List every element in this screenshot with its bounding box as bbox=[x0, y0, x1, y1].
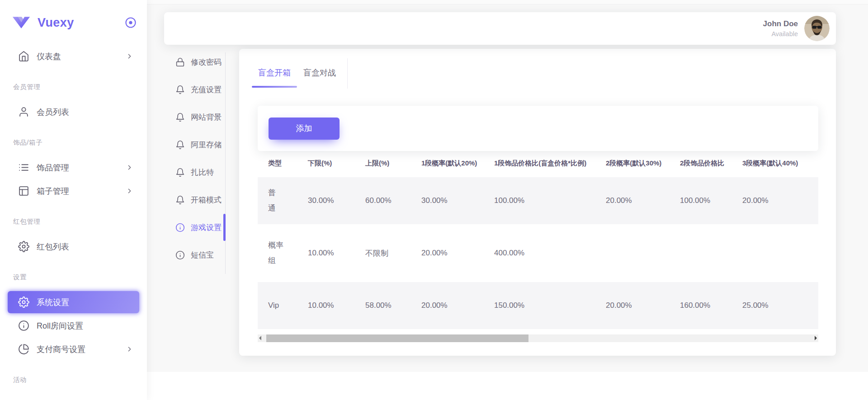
cell-type: 概率组 bbox=[258, 230, 297, 277]
bell-icon bbox=[175, 113, 185, 122]
sidebar-item-item-management[interactable]: 饰品管理 bbox=[8, 156, 139, 179]
cell-seg1-price-ratio: 150.00% bbox=[484, 282, 595, 329]
add-button[interactable]: 添加 bbox=[269, 118, 340, 140]
info-icon bbox=[18, 320, 29, 331]
sidebar-item-system-settings[interactable]: 系统设置 bbox=[8, 291, 139, 313]
sidebar-item-payment-merchant-settings[interactable]: 支付商号设置 bbox=[8, 338, 139, 360]
sidebar-section-redpacket: 红包管理 bbox=[0, 217, 147, 226]
cell-upper-limit: 60.00% bbox=[355, 177, 411, 224]
table-row: 普 通 30.00% 60.00% 30.00% 100.00% 20.00% … bbox=[258, 177, 818, 224]
submenu-item-change-password[interactable]: 修改密码 bbox=[175, 48, 228, 76]
header-card: John Doe Available bbox=[164, 12, 836, 45]
cell-seg2-price-ratio: 160.00% bbox=[670, 282, 732, 329]
table-header: 类型 下限(%) 上限(%) 1段概率(默认20%) 1段饰品价格比(盲盒价格*… bbox=[258, 155, 818, 172]
tab-bar: 盲盒开箱 盲盒对战 bbox=[252, 67, 342, 86]
cell-lower-limit: 10.00% bbox=[297, 282, 355, 329]
info-icon bbox=[175, 223, 185, 232]
column-header-type: 类型 bbox=[258, 155, 297, 172]
tab-blindbox-battle[interactable]: 盲盒对战 bbox=[297, 67, 342, 86]
cell-seg2-price-ratio: 100.00% bbox=[670, 177, 732, 224]
submenu-item-site-background[interactable]: 网站背景 bbox=[175, 104, 228, 131]
submenu-item-ali-storage[interactable]: 阿里存储 bbox=[175, 131, 228, 159]
table-panel: 添加 类型 下限(%) 上限(%) 1段概率(默认20%) 1段饰品价格比(盲盒… bbox=[258, 106, 818, 342]
sidebar-item-label: 会员列表 bbox=[37, 107, 69, 118]
sidebar-item-dashboard[interactable]: 仪表盘 bbox=[8, 45, 139, 67]
scroll-right-arrow-icon[interactable] bbox=[815, 336, 817, 340]
menu-pin-toggle-icon[interactable] bbox=[124, 16, 137, 29]
cell-seg1-price-ratio: 400.00% bbox=[484, 230, 595, 277]
sidebar-section-members: 会员管理 bbox=[0, 83, 147, 91]
vuexy-logo-icon bbox=[12, 16, 30, 29]
sidebar-item-label: 红包列表 bbox=[37, 241, 69, 252]
cell-seg2-probability bbox=[595, 230, 670, 277]
submenu-item-label: 扎比特 bbox=[191, 167, 214, 178]
table-toolbar: 添加 bbox=[258, 106, 818, 151]
sidebar-item-member-list[interactable]: 会员列表 bbox=[8, 101, 139, 123]
chevron-right-icon bbox=[126, 187, 133, 195]
column-header-seg1-price-ratio: 1段饰品价格比(盲盒价格*比例) bbox=[484, 155, 595, 172]
cell-seg1-probability: 20.00% bbox=[411, 230, 484, 277]
submenu-item-label: 阿里存储 bbox=[191, 140, 222, 150]
cell-seg1-probability: 20.00% bbox=[411, 282, 484, 329]
submenu-item-label: 开箱模式 bbox=[191, 195, 222, 205]
submenu-item-label: 游戏设置 bbox=[191, 222, 222, 233]
top-strip bbox=[147, 0, 868, 5]
cell-seg3-probability: 25.00% bbox=[732, 282, 818, 329]
home-icon bbox=[18, 51, 29, 62]
submenu-item-label: 修改密码 bbox=[191, 57, 222, 67]
info-icon bbox=[175, 250, 185, 260]
submenu-item-game-settings[interactable]: 游戏设置 bbox=[175, 214, 228, 241]
cell-seg2-price-ratio bbox=[670, 230, 732, 277]
gear-icon bbox=[18, 241, 29, 252]
cell-upper-limit: 不限制 bbox=[355, 230, 411, 277]
sidebar-item-label: 支付商号设置 bbox=[37, 344, 85, 355]
cell-upper-limit: 58.00% bbox=[355, 282, 411, 329]
cell-seg1-probability: 30.00% bbox=[411, 177, 484, 224]
table-row: 概率组 10.00% 不限制 20.00% 400.00% bbox=[258, 230, 818, 277]
submenu-item-recharge-settings[interactable]: 充值设置 bbox=[175, 76, 228, 104]
cell-seg2-probability: 20.00% bbox=[595, 177, 670, 224]
cell-seg3-probability: 20.00% bbox=[732, 177, 818, 224]
list-icon bbox=[18, 162, 29, 173]
column-header-lower-limit: 下限(%) bbox=[297, 155, 355, 172]
avatar-image bbox=[804, 16, 830, 41]
sidebar-section-settings: 设置 bbox=[0, 273, 147, 281]
user-name: John Doe bbox=[763, 19, 798, 28]
sidebar-item-label: 饰品管理 bbox=[37, 162, 69, 173]
tabbar-divider bbox=[347, 58, 348, 89]
sidebar-item-label: Roll房间设置 bbox=[37, 320, 83, 331]
column-header-seg2-price-ratio: 2段饰品价格比 bbox=[670, 155, 732, 172]
chevron-right-icon bbox=[126, 345, 133, 353]
sidebar-item-box-management[interactable]: 箱子管理 bbox=[8, 180, 139, 202]
sidebar-item-label: 系统设置 bbox=[37, 297, 69, 308]
submenu-item-label: 网站背景 bbox=[191, 112, 222, 122]
column-header-upper-limit: 上限(%) bbox=[355, 155, 411, 172]
horizontal-scrollbar[interactable] bbox=[258, 334, 818, 342]
gear-icon bbox=[18, 296, 29, 308]
tab-blindbox-open[interactable]: 盲盒开箱 bbox=[252, 67, 297, 86]
submenu-item-zhabite[interactable]: 扎比特 bbox=[175, 159, 228, 186]
sidebar-item-roll-room-settings[interactable]: Roll房间设置 bbox=[8, 315, 139, 337]
scroll-left-arrow-icon[interactable] bbox=[259, 336, 261, 340]
cell-lower-limit: 10.00% bbox=[297, 230, 355, 277]
pie-chart-icon bbox=[18, 344, 29, 355]
sidebar-item-redpacket-list[interactable]: 红包列表 bbox=[8, 235, 139, 258]
user-avatar[interactable] bbox=[804, 16, 830, 41]
bell-icon bbox=[175, 195, 185, 205]
user-icon bbox=[18, 106, 29, 118]
submenu-item-sms-treasure[interactable]: 短信宝 bbox=[175, 241, 228, 269]
sidebar-section-activity: 活动 bbox=[0, 376, 147, 384]
sidebar-item-label: 仪表盘 bbox=[37, 51, 61, 62]
probability-table: 类型 下限(%) 上限(%) 1段概率(默认20%) 1段饰品价格比(盲盒价格*… bbox=[258, 150, 818, 334]
settings-submenu: 修改密码 充值设置 网站背景 阿里存储 扎比特 开箱模式 游戏设置 短信宝 bbox=[175, 48, 228, 269]
sidebar-item-label: 箱子管理 bbox=[37, 186, 69, 197]
main-content-card: 盲盒开箱 盲盒对战 添加 类型 下限(%) 上限(%) 1段概率(默认20%) bbox=[239, 49, 836, 356]
chevron-right-icon bbox=[126, 164, 133, 171]
submenu-item-label: 充值设置 bbox=[191, 85, 222, 95]
sidebar-nav: 仪表盘 会员管理 会员列表 饰品/箱子 饰品管理 箱子管理 红包管理 bbox=[0, 45, 147, 384]
user-status: Available bbox=[763, 30, 798, 38]
column-header-seg1-probability: 1段概率(默认20%) bbox=[411, 155, 484, 172]
scrollbar-thumb[interactable] bbox=[266, 334, 528, 342]
submenu-item-label: 短信宝 bbox=[191, 250, 214, 260]
submenu-item-unboxing-mode[interactable]: 开箱模式 bbox=[175, 186, 228, 214]
